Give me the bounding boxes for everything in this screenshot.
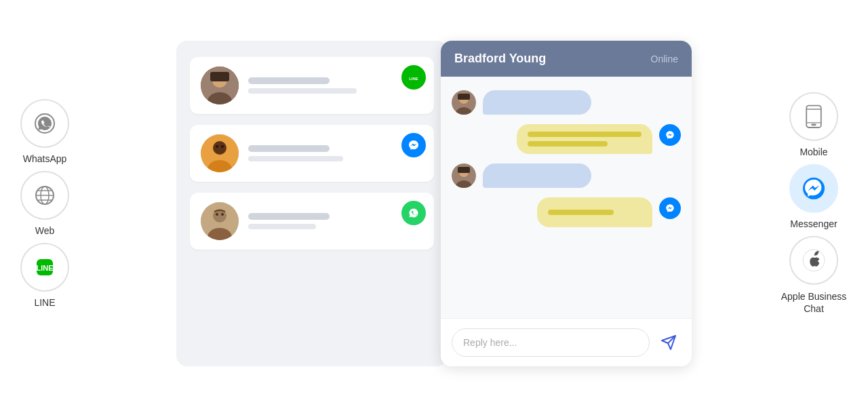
conv-item-3[interactable]	[190, 193, 434, 250]
conv-name-bar-1	[248, 77, 330, 84]
msg-avatar-1	[452, 90, 476, 115]
conv-avatar-1	[201, 66, 239, 104]
line-label: LINE	[34, 297, 55, 308]
chat-window: Bradford Young Online	[441, 41, 692, 366]
apple-icon-circle	[789, 236, 838, 285]
conv-item-1[interactable]: LINE	[190, 57, 434, 114]
svg-rect-31	[458, 94, 470, 100]
bubble-outgoing-1	[517, 124, 652, 154]
conv-name-bar-2	[248, 145, 330, 152]
mobile-icon-circle	[789, 92, 838, 141]
conv-name-bar-3	[248, 213, 330, 220]
chat-contact-name: Bradford Young	[454, 52, 546, 66]
msg-row-1	[452, 90, 681, 115]
svg-point-25	[216, 213, 218, 216]
sidebar-item-mobile[interactable]: Mobile	[789, 92, 838, 157]
main-container: WhatsApp Web LINE LINE	[0, 0, 868, 407]
svg-point-19	[216, 145, 218, 148]
msg-icon-2	[659, 124, 681, 146]
messenger-icon	[800, 175, 827, 202]
whatsapp-icon	[33, 111, 57, 136]
conv-badge-line: LINE	[401, 65, 426, 90]
conv-msg-bar-1	[248, 88, 357, 94]
svg-text:LINE: LINE	[409, 77, 418, 81]
conv-avatar-3	[201, 202, 239, 240]
msg-icon-4	[659, 197, 681, 219]
conv-info-3	[248, 213, 423, 229]
svg-point-37	[664, 202, 676, 214]
conv-info-2	[248, 145, 423, 161]
svg-point-21	[406, 138, 421, 153]
bubble-line-3	[548, 210, 614, 215]
svg-rect-39	[811, 124, 816, 126]
chat-status: Online	[651, 54, 678, 64]
messenger-icon-circle	[789, 164, 838, 213]
bubble-line-1	[528, 132, 642, 137]
chat-input-area: Reply here...	[441, 318, 692, 366]
conversation-list: LINE	[176, 41, 448, 366]
msg-row-3	[452, 163, 681, 188]
reply-input[interactable]: Reply here...	[452, 328, 650, 357]
line-icon: LINE	[31, 254, 58, 281]
conv-badge-messenger	[401, 133, 426, 157]
svg-point-17	[213, 141, 226, 155]
web-label: Web	[35, 225, 55, 236]
msg-avatar-3	[452, 163, 476, 188]
whatsapp-label: WhatsApp	[23, 153, 67, 164]
right-sidebar: Mobile Messenger Apple Business Chat	[780, 92, 848, 315]
sidebar-item-apple-business-chat[interactable]: Apple Business Chat	[780, 236, 848, 315]
send-button[interactable]	[656, 330, 681, 355]
svg-point-20	[221, 145, 224, 148]
conv-msg-bar-3	[248, 224, 316, 229]
bubble-line-2	[528, 141, 608, 147]
msg-row-2	[452, 124, 681, 154]
svg-point-26	[221, 213, 224, 216]
conv-badge-whatsapp	[401, 201, 426, 225]
center-area: LINE	[176, 41, 692, 366]
reply-placeholder: Reply here...	[463, 337, 517, 348]
chat-header: Bradford Young Online	[441, 41, 692, 77]
mobile-label: Mobile	[800, 147, 827, 157]
sidebar-item-whatsapp[interactable]: WhatsApp	[20, 99, 69, 164]
svg-rect-13	[210, 72, 229, 81]
conv-info-1	[248, 77, 423, 94]
sidebar-item-messenger[interactable]: Messenger	[789, 164, 838, 229]
messenger-label: Messenger	[790, 218, 837, 229]
bubble-outgoing-2	[537, 197, 652, 227]
left-sidebar: WhatsApp Web LINE LINE	[20, 99, 69, 308]
conv-item-2[interactable]	[190, 125, 434, 182]
bubble-incoming-1	[483, 90, 591, 115]
svg-rect-36	[458, 167, 470, 173]
line-icon-circle: LINE	[20, 243, 69, 292]
mobile-icon	[803, 104, 825, 129]
conv-msg-bar-2	[248, 156, 343, 161]
conv-avatar-2	[201, 134, 239, 172]
web-icon-circle	[20, 171, 69, 220]
sidebar-item-line[interactable]: LINE LINE	[20, 243, 69, 308]
chat-messages	[441, 77, 692, 318]
svg-text:LINE: LINE	[36, 264, 53, 272]
apple-icon	[802, 248, 826, 273]
whatsapp-icon-circle	[20, 99, 69, 148]
bubble-incoming-2	[483, 163, 591, 188]
sidebar-item-web[interactable]: Web	[20, 171, 69, 236]
msg-row-4	[452, 197, 681, 227]
svg-point-32	[664, 129, 676, 141]
web-icon	[33, 183, 57, 208]
apple-business-chat-label: Apple Business Chat	[780, 290, 848, 315]
